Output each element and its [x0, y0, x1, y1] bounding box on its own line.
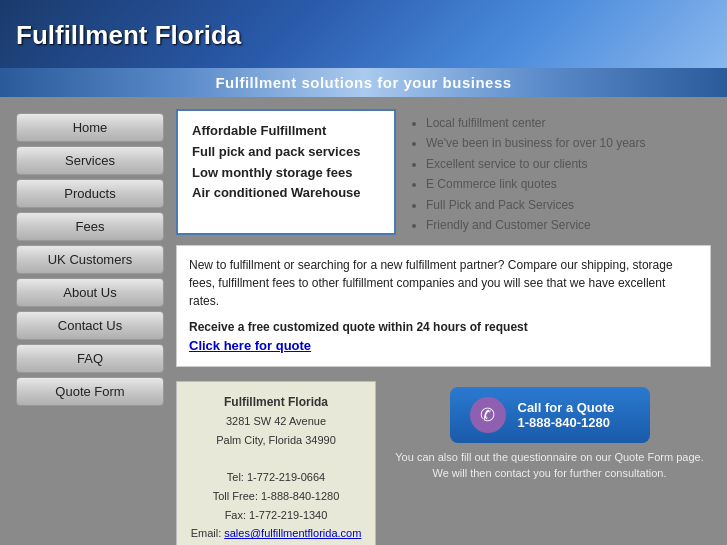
- nav-item-quote-form[interactable]: Quote Form: [16, 377, 164, 406]
- site-title: Fulfillment Florida: [16, 20, 241, 51]
- main-wrapper: HomeServicesProductsFeesUK CustomersAbou…: [0, 97, 727, 545]
- content-top: Affordable FulfillmentFull pick and pack…: [176, 109, 711, 235]
- footer-fax: Fax: 1-772-219-1340: [189, 506, 363, 525]
- phone-icon: ✆: [470, 397, 506, 433]
- footer-info: Fulfillment Florida 3281 SW 42 Avenue Pa…: [176, 381, 376, 545]
- quote-section: New to fulfillment or searching for a ne…: [176, 245, 711, 367]
- nav-item-about-us[interactable]: About Us: [16, 278, 164, 307]
- footer-tel: Tel: 1-772-219-0664: [189, 468, 363, 487]
- nav-item-products[interactable]: Products: [16, 179, 164, 208]
- bullet-item: Full Pick and Pack Services: [426, 195, 711, 215]
- nav-item-faq[interactable]: FAQ: [16, 344, 164, 373]
- call-text: Call for a Quote 1-888-840-1280: [518, 400, 615, 430]
- footer-company: Fulfillment Florida: [224, 395, 328, 409]
- bullet-area: Local fulfillment centerWe've been in bu…: [408, 109, 711, 235]
- bullet-item: Local fulfillment center: [426, 113, 711, 133]
- bullet-item: We've been in business for over 10 years: [426, 133, 711, 153]
- call-form-text: You can also fill out the questionnaire …: [395, 449, 703, 482]
- feature-box: Affordable FulfillmentFull pick and pack…: [176, 109, 396, 235]
- call-number: 1-888-840-1280: [518, 415, 615, 430]
- nav-item-services[interactable]: Services: [16, 146, 164, 175]
- footer-address2: Palm City, Florida 34990: [189, 431, 363, 450]
- bullet-item: Excellent service to our clients: [426, 154, 711, 174]
- feature-line: Low monthly storage fees: [192, 163, 380, 184]
- nav-item-fees[interactable]: Fees: [16, 212, 164, 241]
- footer-right: ✆ Call for a Quote 1-888-840-1280 You ca…: [388, 381, 711, 545]
- left-nav: HomeServicesProductsFeesUK CustomersAbou…: [16, 109, 164, 545]
- feature-line: Air conditioned Warehouse: [192, 183, 380, 204]
- footer-email-link[interactable]: sales@fulfillmentflorida.com: [224, 527, 361, 539]
- form-text-line1: You can also fill out the questionnaire …: [395, 451, 703, 463]
- click-here-quote-link[interactable]: Click here for quote: [189, 338, 311, 353]
- feature-line: Full pick and pack services: [192, 142, 380, 163]
- call-label: Call for a Quote: [518, 400, 615, 415]
- quote-receive: Receive a free customized quote within 2…: [189, 318, 698, 336]
- footer-area: Fulfillment Florida 3281 SW 42 Avenue Pa…: [176, 381, 711, 545]
- nav-item-home[interactable]: Home: [16, 113, 164, 142]
- bullet-item: E Commerce link quotes: [426, 174, 711, 194]
- right-content: Affordable FulfillmentFull pick and pack…: [176, 109, 711, 545]
- footer-tollfree: Toll Free: 1-888-840-1280: [189, 487, 363, 506]
- quote-intro: New to fulfillment or searching for a ne…: [189, 256, 698, 310]
- footer-address1: 3281 SW 42 Avenue: [189, 412, 363, 431]
- nav-item-contact-us[interactable]: Contact Us: [16, 311, 164, 340]
- feature-line: Affordable Fulfillment: [192, 121, 380, 142]
- footer-email: Email: sales@fulfillmentflorida.com: [189, 524, 363, 543]
- call-quote-button[interactable]: ✆ Call for a Quote 1-888-840-1280: [450, 387, 650, 443]
- form-text-line2: We will then contact you for further con…: [433, 467, 667, 479]
- header-subtitle: Fulfillment solutions for your business: [0, 68, 727, 97]
- nav-item-uk-customers[interactable]: UK Customers: [16, 245, 164, 274]
- bullet-item: Friendly and Customer Service: [426, 215, 711, 235]
- header-banner: Fulfillment Florida: [0, 0, 727, 68]
